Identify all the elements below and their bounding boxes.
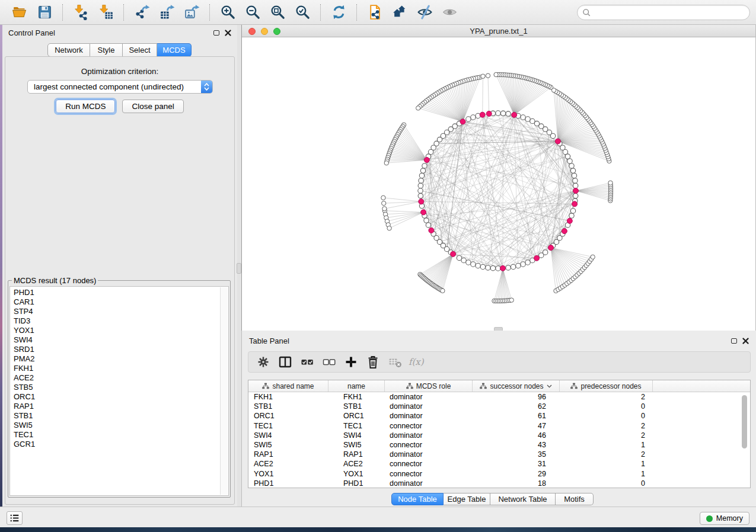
table-cell[interactable]: 96 (473, 393, 560, 401)
memory-button[interactable]: Memory (700, 512, 749, 525)
network-graph[interactable] (242, 37, 755, 331)
table-cell[interactable]: TEC1 (328, 422, 385, 430)
zoom-out-button[interactable] (243, 2, 263, 23)
table-cell[interactable]: 46 (473, 431, 560, 440)
table-cell[interactable]: TEC1 (248, 422, 328, 430)
close-table-panel-icon[interactable] (742, 338, 749, 344)
tab-select[interactable]: Select (123, 43, 157, 57)
table-settings-button[interactable] (254, 354, 272, 370)
table-row[interactable]: SWI5SWI5connector431 (248, 440, 750, 450)
table-cell[interactable]: RAP1 (328, 450, 385, 459)
add-column-button[interactable] (342, 354, 360, 370)
mcds-result-item[interactable]: PHD1 (10, 288, 219, 297)
table-cell[interactable]: connector (385, 460, 473, 468)
table-cell[interactable]: 2 (560, 431, 653, 440)
delete-column-button[interactable] (364, 354, 382, 370)
hide-selected-button[interactable] (414, 2, 435, 23)
mcds-result-item[interactable]: ACE2 (10, 373, 219, 383)
tab-network-table[interactable]: Network Table (490, 493, 556, 505)
mcds-result-item[interactable]: TEC1 (10, 430, 219, 440)
run-mcds-button[interactable]: Run MCDS (56, 100, 115, 113)
table-cell[interactable]: dominator (385, 479, 473, 488)
table-cell[interactable]: 2 (560, 422, 653, 430)
table-cell[interactable]: YOX1 (328, 470, 385, 478)
column-header-predecessor-nodes[interactable]: predecessor nodes (560, 380, 653, 392)
table-cell[interactable]: 35 (473, 450, 560, 459)
table-cell[interactable]: STB1 (328, 402, 385, 411)
tab-node-table[interactable]: Node Table (391, 493, 444, 505)
import-network-button[interactable] (71, 2, 91, 23)
table-row[interactable]: ACE2ACE2connector311 (248, 459, 750, 469)
open-file-button[interactable] (9, 2, 30, 23)
table-cell[interactable]: YOX1 (248, 470, 328, 478)
mcds-result-item[interactable]: STP4 (10, 307, 219, 316)
table-row[interactable]: ORC1ORC1dominator610 (248, 411, 750, 421)
search-box[interactable] (577, 5, 750, 20)
save-session-button[interactable] (34, 2, 55, 23)
table-cell[interactable]: ACE2 (328, 460, 385, 468)
close-panel-icon[interactable] (225, 30, 231, 36)
mcds-result-item[interactable]: SWI5 (10, 421, 219, 430)
column-header-MCDS-role[interactable]: MCDS role (385, 380, 473, 392)
table-cell[interactable]: dominator (385, 393, 473, 401)
float-table-panel-icon[interactable] (731, 338, 737, 344)
select-all-button[interactable] (298, 354, 316, 370)
table-cell[interactable]: PHD1 (248, 479, 328, 488)
table-cell[interactable]: SWI5 (248, 441, 328, 449)
table-cell[interactable]: RAP1 (248, 450, 328, 459)
table-cell[interactable]: FKH1 (328, 393, 385, 401)
table-cell[interactable]: connector (385, 470, 473, 478)
mcds-result-item[interactable]: SRD1 (10, 345, 219, 354)
table-cell[interactable]: 1 (560, 470, 653, 478)
table-cell[interactable]: ORC1 (248, 412, 328, 420)
table-row[interactable]: RAP1RAP1dominator352 (248, 450, 750, 459)
float-panel-icon[interactable] (213, 30, 219, 36)
table-cell[interactable]: 43 (473, 441, 560, 449)
table-cell[interactable]: 1 (560, 460, 653, 468)
table-cell[interactable]: SWI5 (328, 441, 385, 449)
table-cell[interactable]: dominator (385, 431, 473, 440)
mcds-result-item[interactable]: STB1 (10, 411, 219, 421)
mcds-result-item[interactable]: TID3 (10, 316, 219, 326)
zoom-in-button[interactable] (218, 2, 238, 23)
table-cell[interactable]: connector (385, 422, 473, 430)
deselect-all-button[interactable] (320, 354, 338, 370)
table-cell[interactable]: 0 (560, 412, 653, 420)
optimization-criterion-select[interactable]: largest connected component (undirected) (27, 80, 213, 94)
first-neighbors-button[interactable] (390, 2, 410, 23)
search-input[interactable] (591, 7, 749, 18)
column-header-successor-nodes[interactable]: successor nodes (473, 380, 560, 392)
import-table-button[interactable] (95, 2, 116, 23)
table-cell[interactable]: connector (385, 441, 473, 449)
table-cell[interactable]: 61 (473, 412, 560, 420)
table-row[interactable]: SWI4SWI4dominator462 (248, 431, 750, 440)
mcds-result-item[interactable]: GCR1 (10, 440, 219, 449)
table-scrollbar[interactable] (741, 393, 748, 486)
table-cell[interactable]: 62 (473, 402, 560, 411)
tab-mcds[interactable]: MCDS (157, 43, 192, 57)
table-cell[interactable]: 47 (473, 422, 560, 430)
table-cell[interactable]: dominator (385, 450, 473, 459)
table-cell[interactable]: 18 (473, 479, 560, 488)
table-cell[interactable]: SWI4 (248, 431, 328, 440)
table-cell[interactable]: SWI4 (328, 431, 385, 440)
table-cell[interactable]: ORC1 (328, 412, 385, 420)
tab-motifs[interactable]: Motifs (556, 493, 594, 505)
table-row[interactable]: YOX1YOX1connector291 (248, 469, 750, 479)
mcds-result-item[interactable]: PMA2 (10, 354, 219, 364)
mcds-result-item[interactable]: FKH1 (10, 364, 219, 373)
split-panel-button[interactable] (276, 354, 294, 370)
new-network-from-selection-button[interactable] (365, 2, 385, 23)
table-cell[interactable]: 1 (560, 441, 653, 449)
mcds-result-item[interactable]: RAP1 (10, 402, 219, 411)
table-cell[interactable]: STB1 (248, 402, 328, 411)
table-row[interactable]: STB1STB1dominator620 (248, 402, 750, 411)
zoom-selected-button[interactable] (292, 2, 312, 23)
task-history-button[interactable] (7, 511, 23, 525)
table-cell[interactable]: 2 (560, 450, 653, 459)
mcds-result-item[interactable]: ORC1 (10, 392, 219, 402)
vertical-split-divider[interactable] (237, 25, 241, 507)
mcds-list-scrollbar[interactable] (220, 287, 228, 495)
network-canvas[interactable] (242, 37, 755, 331)
table-row[interactable]: PHD1PHD1dominator180 (248, 479, 750, 488)
